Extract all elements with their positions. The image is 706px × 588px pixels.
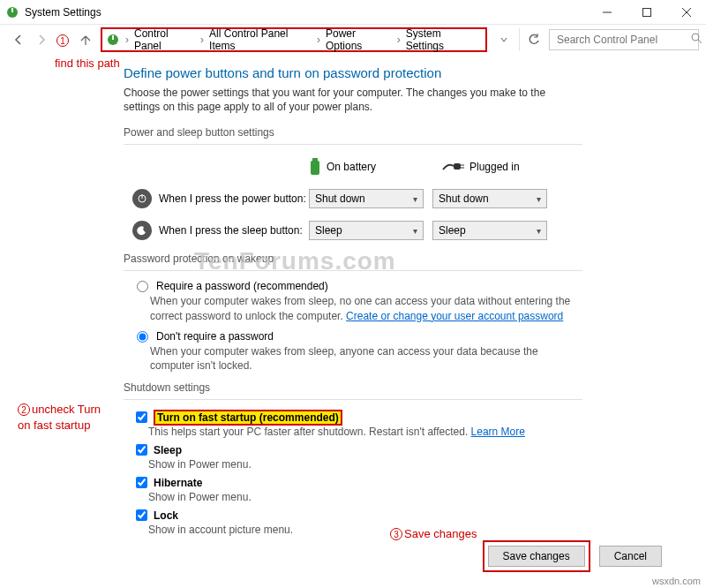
crumb-power-options[interactable]: Power Options xyxy=(322,27,395,52)
sleep-plugged-dropdown[interactable]: Sleep▾ xyxy=(432,221,547,240)
breadcrumb-bar[interactable]: › Control Panel › All Control Panel Item… xyxy=(101,27,487,52)
breadcrumb-dropdown-button[interactable] xyxy=(492,28,515,51)
require-password-label: Require a password (recommended) xyxy=(156,280,328,292)
chevron-right-icon: › xyxy=(199,34,206,46)
annotation-2-label: uncheck Turn on fast startup xyxy=(18,403,101,432)
chevron-right-icon: › xyxy=(315,34,322,46)
power-button-label: When I press the power button: xyxy=(159,192,306,205)
svg-rect-3 xyxy=(642,8,650,16)
window-title: System Settings xyxy=(25,6,587,19)
create-password-link[interactable]: Create or change your user account passw… xyxy=(346,310,563,322)
require-password-radio[interactable] xyxy=(137,281,148,292)
svg-rect-12 xyxy=(454,163,461,170)
sleep-button-label: When I press the sleep button: xyxy=(159,224,303,237)
section-power-sleep: Power and sleep button settings xyxy=(124,126,582,139)
sleep-checkbox[interactable] xyxy=(136,444,147,456)
fast-startup-label: Turn on fast startup (recommended) xyxy=(155,411,341,424)
col-header-battery: On battery xyxy=(309,158,432,176)
app-icon xyxy=(5,5,19,19)
close-button[interactable] xyxy=(666,0,706,25)
power-battery-dropdown[interactable]: Shut down▾ xyxy=(309,189,424,208)
power-plugged-dropdown[interactable]: Shut down▾ xyxy=(432,189,547,208)
window-titlebar: System Settings xyxy=(0,0,706,25)
footer-source: wsxdn.com xyxy=(652,576,701,586)
sleep-battery-dropdown[interactable]: Sleep▾ xyxy=(309,221,424,240)
sleep-button-icon xyxy=(132,221,152,240)
cancel-button[interactable]: Cancel xyxy=(599,546,662,567)
section-password: Password protection on wakeup xyxy=(124,253,582,265)
chevron-down-icon: ▾ xyxy=(537,226,541,236)
forward-button[interactable] xyxy=(30,28,53,51)
plug-icon xyxy=(441,161,464,173)
col-header-battery-label: On battery xyxy=(327,161,376,173)
hibernate-checkbox[interactable] xyxy=(136,477,147,488)
hibernate-checkbox-label: Hibernate xyxy=(154,477,202,489)
svg-point-8 xyxy=(692,34,699,41)
nav-bar: 1 › Control Panel › All Control Panel It… xyxy=(0,25,706,55)
chevron-right-icon: › xyxy=(124,34,131,46)
hibernate-checkbox-desc: Show in Power menu. xyxy=(148,491,582,503)
fast-startup-checkbox[interactable] xyxy=(136,411,147,423)
page-heading: Define power buttons and turn on passwor… xyxy=(124,65,582,80)
svg-line-9 xyxy=(698,40,702,43)
require-password-desc: When your computer wakes from sleep, no … xyxy=(150,294,582,322)
lock-checkbox[interactable] xyxy=(136,509,147,521)
lock-checkbox-label: Lock xyxy=(154,509,178,522)
crumb-control-panel[interactable]: Control Panel xyxy=(131,27,199,52)
dont-require-password-radio[interactable] xyxy=(137,331,148,343)
minimize-button[interactable] xyxy=(587,0,627,25)
chevron-down-icon: ▾ xyxy=(537,194,541,204)
save-button-highlight: Save changes xyxy=(483,540,590,572)
annotation-1-label: find this path xyxy=(55,57,120,70)
breadcrumb-icon xyxy=(106,33,120,47)
col-header-plugged-label: Plugged in xyxy=(469,161,520,173)
search-box[interactable] xyxy=(549,29,699,50)
chevron-right-icon: › xyxy=(395,34,402,46)
maximize-button[interactable] xyxy=(627,0,666,25)
lock-checkbox-desc: Show in account picture menu. xyxy=(148,524,582,536)
fast-startup-desc: This helps start your PC faster after sh… xyxy=(148,426,582,438)
button-bar: Save changes Cancel xyxy=(483,540,662,572)
refresh-button[interactable] xyxy=(519,28,542,51)
main-content: Define power buttons and turn on passwor… xyxy=(0,65,706,536)
save-button[interactable]: Save changes xyxy=(488,546,585,567)
annotation-3-label: Save changes xyxy=(404,527,477,540)
svg-rect-1 xyxy=(11,8,13,12)
section-shutdown: Shutdown settings xyxy=(124,381,582,394)
up-button[interactable] xyxy=(74,28,97,51)
sleep-checkbox-desc: Show in Power menu. xyxy=(148,458,582,471)
svg-rect-10 xyxy=(312,158,318,161)
annotation-1-icon: 1 xyxy=(56,34,69,47)
chevron-down-icon: ▾ xyxy=(413,226,417,236)
back-button[interactable] xyxy=(7,28,30,51)
dont-require-password-desc: When your computer wakes from sleep, any… xyxy=(150,344,582,373)
chevron-down-icon: ▾ xyxy=(413,194,417,204)
svg-rect-11 xyxy=(311,161,319,175)
search-icon xyxy=(691,33,702,47)
power-button-icon xyxy=(132,189,152,208)
battery-icon xyxy=(309,158,321,176)
svg-rect-7 xyxy=(112,35,114,40)
crumb-all-items[interactable]: All Control Panel Items xyxy=(206,27,315,52)
sleep-checkbox-label: Sleep xyxy=(154,444,182,456)
search-input[interactable] xyxy=(555,33,691,47)
learn-more-link[interactable]: Learn More xyxy=(471,426,525,438)
page-intro: Choose the power settings that you want … xyxy=(124,86,582,114)
fast-startup-highlight: Turn on fast startup (recommended) xyxy=(154,410,342,426)
crumb-system-settings[interactable]: System Settings xyxy=(402,27,482,52)
dont-require-password-label: Don't require a password xyxy=(156,330,274,343)
col-header-plugged: Plugged in xyxy=(441,161,565,173)
annotation-3: 3Save changes xyxy=(390,527,477,540)
annotation-2: 2uncheck Turn on fast startup xyxy=(18,402,115,433)
